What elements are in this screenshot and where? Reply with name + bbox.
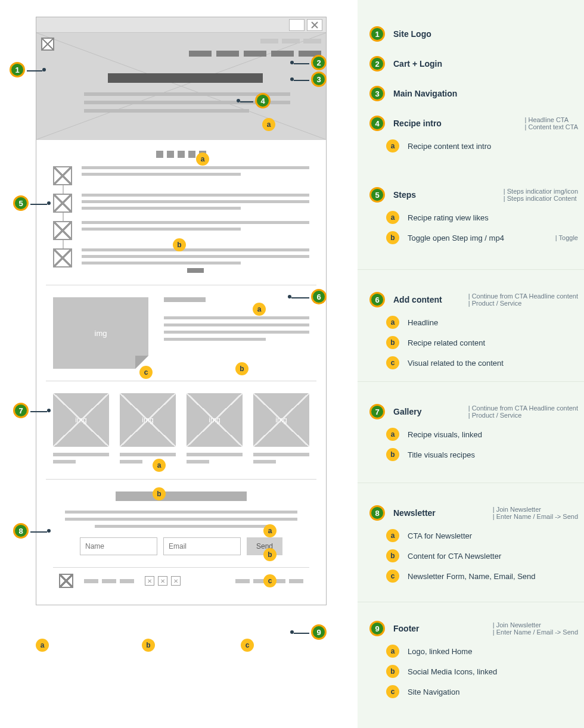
legend-sub-text: Content for CTA Newsletter [408, 552, 501, 561]
hero-headline [108, 73, 263, 83]
legend-sidenote: | Continue from CTA Headline content| Pr… [468, 293, 578, 307]
window-titlebar [36, 17, 326, 33]
legend-number-badge: 1 [369, 26, 385, 42]
legend-sub-badge: b [386, 231, 399, 244]
legend-sidenote: | Headline CTA| Content text CTA [525, 116, 578, 130]
legend-sub-badge: b [386, 336, 399, 349]
sub-c: c [263, 574, 277, 587]
add-content-section: img [53, 297, 309, 369]
email-field[interactable] [163, 537, 241, 555]
name-field[interactable] [80, 537, 157, 555]
cart-login-nav[interactable] [260, 39, 321, 43]
sub-a: a [263, 524, 277, 537]
newsletter-section: Send [53, 491, 309, 555]
step-item [82, 194, 309, 216]
legend-entry: 2Cart + Login [369, 56, 578, 71]
legend-number-badge: 9 [369, 621, 385, 636]
window-minimize-button[interactable] [289, 19, 305, 31]
legend-sub-text: Logo, linked Home [408, 647, 472, 656]
legend-sub-badge: a [386, 139, 399, 153]
callout-5: 5 [13, 195, 29, 211]
legend-number-badge: 6 [369, 292, 385, 307]
callout-7: 7 [13, 403, 29, 418]
legend-entry: 6Add content| Continue from CTA Headline… [369, 292, 578, 369]
legend-sub-text: Recipe content text intro [408, 142, 491, 151]
callout-2: 2 [311, 55, 327, 70]
footer-logo[interactable] [59, 574, 73, 588]
callout-4: 4 [255, 93, 271, 108]
legend-sub-badge: a [386, 316, 399, 329]
content-image: img [53, 297, 148, 369]
legend-sub-badge: c [386, 570, 399, 583]
legend-entry: 5Steps| Steps indicatior img/icon| Steps… [369, 187, 578, 244]
sub-b: b [173, 238, 186, 251]
legend-title: Site Logo [393, 29, 431, 39]
legend-sub-text: Recipe rating view likes [408, 213, 489, 222]
callout-6: 6 [311, 289, 327, 304]
legend-sidenote: | Continue from CTA Headline content| Pr… [468, 405, 578, 419]
newsletter-headline [116, 491, 247, 501]
legend-title: Newsletter [393, 508, 436, 518]
legend-sub-text: Recipe visuals, linked [408, 430, 482, 439]
gallery-card[interactable]: img [253, 393, 309, 467]
legend-entry: 3Main Navigation [369, 86, 578, 101]
sub-a: a [36, 639, 49, 652]
legend-sub-text: Title visuals recipes [408, 450, 475, 459]
legend-sub-text: Social Media Icons, linked [408, 667, 497, 676]
recipe-rating[interactable] [53, 151, 309, 158]
sub-c: c [241, 639, 254, 652]
sub-a: a [153, 459, 166, 472]
footer-social[interactable]: ✕✕✕ [145, 576, 181, 586]
step-toggle[interactable] [187, 268, 204, 273]
window-close-button[interactable] [307, 19, 322, 31]
wireframe-frame: img img img img [36, 17, 327, 605]
step-icon [53, 221, 72, 240]
gallery-card[interactable]: img [187, 393, 243, 467]
legend-title: Steps [393, 190, 416, 200]
hero-section [36, 33, 326, 140]
main-navigation[interactable] [189, 51, 321, 57]
legend-number-badge: 5 [369, 187, 385, 203]
legend-sub-text: Newsletter Form, Name, Email, Send [408, 572, 536, 581]
step-item [82, 166, 309, 189]
footer-nav-left[interactable] [84, 579, 134, 583]
legend-sub-text: Site Navigation [408, 687, 459, 696]
legend-entry: 7Gallery| Continue from CTA Headline con… [369, 404, 578, 461]
callout-9: 9 [311, 624, 327, 640]
gallery-card[interactable]: img [120, 393, 176, 467]
sub-b: b [142, 639, 155, 652]
legend-title: Recipe intro [393, 119, 442, 128]
legend-entry: 4Recipe intro| Headline CTA| Content tex… [369, 116, 578, 153]
legend-number-badge: 2 [369, 56, 385, 71]
legend-sub-text: Visual related to the content [408, 359, 504, 368]
step-icon [53, 248, 72, 267]
step-icon [53, 194, 72, 213]
legend-title: Gallery [393, 407, 421, 416]
legend-entry: 1Site Logo [369, 26, 578, 42]
site-logo[interactable] [41, 38, 54, 51]
legend-sub-badge: a [386, 645, 399, 658]
legend-number-badge: 3 [369, 86, 385, 101]
sub-a: a [253, 303, 266, 316]
add-content-headline [164, 297, 206, 302]
legend-sub-text: CTA for Newsletter [408, 531, 472, 540]
legend-sub-badge: c [386, 356, 399, 369]
legend-sub-badge: a [386, 211, 399, 224]
legend-sub-text: Toggle open Step img / mp4 [408, 234, 504, 242]
legend-title: Cart + Login [393, 59, 442, 69]
legend-number-badge: 8 [369, 505, 385, 521]
sub-a: a [196, 153, 209, 166]
legend-sidenote: | Join Newsletter| Enter Name / Email ->… [493, 506, 578, 520]
gallery: img img img img [53, 393, 309, 467]
legend-title: Add content [393, 295, 442, 304]
legend-sub-badge: b [386, 448, 399, 461]
legend-sidenote: | Steps indicatior img/icon| Steps indic… [504, 188, 578, 202]
legend-panel: 1Site Logo2Cart + Login3Main Navigation4… [358, 0, 584, 728]
gallery-card[interactable]: img [53, 393, 109, 467]
legend-sub-badge: c [386, 685, 399, 698]
legend-title: Main Navigation [393, 89, 457, 98]
legend-sub-badge: b [386, 665, 399, 678]
sub-b: b [153, 487, 166, 500]
sub-b: b [235, 362, 248, 375]
sub-c: c [139, 366, 153, 379]
